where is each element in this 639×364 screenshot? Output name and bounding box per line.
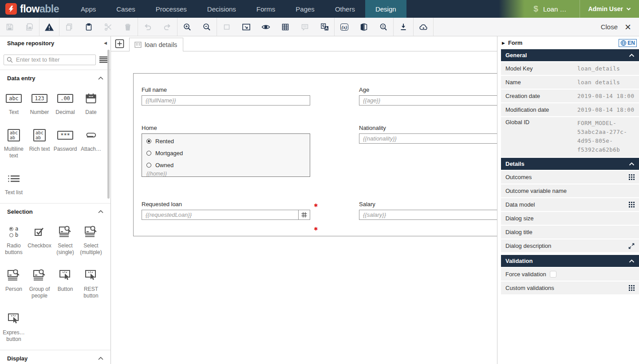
grid-edit-icon[interactable] (629, 174, 635, 180)
copy-button[interactable] (59, 18, 79, 36)
prop-data-model[interactable]: Data model (501, 198, 639, 211)
find-in-model-button[interactable] (374, 18, 393, 36)
zoom-in-button[interactable] (178, 18, 197, 36)
shape-date[interactable]: Date (78, 86, 104, 123)
tab-loan-details[interactable]: loan details (129, 38, 183, 51)
prop-dialog-description[interactable]: Dialog description (501, 239, 639, 252)
close-button[interactable]: Close (601, 23, 618, 31)
shape-radio-buttons[interactable]: a b Radio buttons (1, 219, 27, 263)
radio-option-rented[interactable]: Rented (146, 135, 305, 147)
prop-dialog-size[interactable]: Dialog size (501, 212, 639, 225)
shape-text-list[interactable]: Text list (1, 166, 27, 203)
force-validation-checkbox[interactable] (550, 271, 556, 278)
section-header-validation[interactable]: Validation (501, 255, 639, 267)
required-marker: ✱ (314, 203, 318, 208)
validate-button[interactable] (39, 18, 59, 36)
nav-apps[interactable]: Apps (71, 0, 106, 18)
compare-models-button[interactable] (354, 18, 374, 36)
shape-select-multiple[interactable]: Select (multiple) (78, 219, 104, 263)
cut-button[interactable] (99, 18, 118, 36)
grid-edit-icon[interactable] (629, 285, 635, 291)
field-home[interactable]: Home Rented Mortgaged Owned {{home}} (142, 125, 310, 177)
save-button[interactable] (0, 18, 20, 36)
chevron-up-icon (98, 357, 103, 360)
section-selection[interactable]: Selection (0, 203, 110, 219)
save-as-button[interactable] (20, 18, 39, 36)
collapse-panel-icon[interactable]: ◀ (104, 41, 107, 45)
full-name-input[interactable]: {{fullName}} (142, 95, 310, 106)
shape-select-single[interactable]: Select (single) (52, 219, 78, 263)
redo-button[interactable] (158, 18, 177, 36)
section-data-entry[interactable]: Data entry (0, 70, 110, 86)
shape-text[interactable]: abc Text (1, 86, 27, 123)
requested-loan-input[interactable]: {{requestedLoan}} (142, 210, 299, 220)
nav-forms[interactable]: Forms (246, 0, 286, 18)
shape-attachment[interactable]: Attach… (78, 123, 104, 166)
field-nationality[interactable]: Nationality {{nationality}} (359, 125, 497, 144)
shape-filter-input[interactable] (4, 55, 96, 65)
field-age[interactable]: Age {{age}} (359, 87, 497, 106)
nationality-input[interactable]: {{nationality}} (359, 133, 497, 144)
radio-option-mortgaged[interactable]: Mortgaged (146, 147, 305, 159)
preview-button[interactable] (256, 18, 276, 36)
prop-dialog-title[interactable]: Dialog title (501, 226, 639, 239)
age-input[interactable]: {{age}} (359, 95, 497, 106)
home-radio-group[interactable]: Rented Mortgaged Owned {{home}} (142, 133, 310, 177)
field-salary[interactable]: Salary {{salary}} (359, 201, 497, 220)
salary-input[interactable]: {{salary}} (359, 210, 497, 220)
current-app-badge[interactable]: $ Loan … (533, 0, 580, 18)
shape-rich-text[interactable]: abc ab Rich text (27, 123, 52, 166)
paste-button[interactable] (79, 18, 99, 36)
shape-group-of-people[interactable]: Group of people (27, 263, 52, 306)
close-icon[interactable]: × (625, 23, 631, 31)
zoom-reset-button[interactable] (217, 18, 237, 36)
translations-button[interactable] (315, 18, 334, 36)
add-tab-button[interactable] (115, 36, 124, 51)
prop-custom-validations[interactable]: Custom validations (501, 282, 639, 294)
nav-decisions[interactable]: Decisions (197, 0, 246, 18)
field-full-name[interactable]: Full name {{fullName}} (142, 87, 310, 106)
zoom-out-button[interactable] (197, 18, 217, 36)
editor-toolbar: (x) Close × (0, 18, 639, 36)
grid-view-button[interactable] (276, 18, 295, 36)
nav-pages[interactable]: Pages (285, 0, 325, 18)
nav-processes[interactable]: Processes (146, 0, 197, 18)
language-button[interactable]: EN (619, 39, 637, 47)
shape-decimal[interactable]: .00 Decimal (52, 86, 78, 123)
user-menu[interactable]: Admin User (580, 0, 639, 18)
section-header-general[interactable]: General (501, 49, 639, 61)
sidebar-scrollbar[interactable] (107, 50, 110, 199)
radio-option-owned[interactable]: Owned (146, 159, 305, 171)
shape-multiline-text[interactable]: abc ab Multiline text (1, 123, 27, 166)
close-area: Close × (601, 23, 639, 31)
field-requested-loan[interactable]: Requested loan {{requestedLoan}} ✱ ✱ (142, 201, 310, 220)
shape-expression-button[interactable]: Expres… button (1, 306, 27, 350)
nav-others[interactable]: Others (325, 0, 365, 18)
expand-edit-icon[interactable] (628, 243, 635, 249)
shape-number[interactable]: 123 Number (27, 86, 52, 123)
shape-checkbox[interactable]: Checkbox (27, 219, 52, 263)
shape-button[interactable]: Button (52, 263, 78, 306)
shape-password[interactable]: *** Password (52, 123, 78, 166)
list-view-toggle-icon[interactable] (99, 56, 108, 63)
nav-design[interactable]: Design (365, 0, 406, 18)
undo-button[interactable] (138, 18, 158, 36)
canvas-body[interactable]: Full name {{fullName}} Age {{age}} Home … (111, 51, 497, 364)
comments-button[interactable] (295, 18, 315, 36)
publish-button[interactable] (414, 18, 433, 36)
nav-cases[interactable]: Cases (106, 0, 146, 18)
section-display[interactable]: Display (0, 350, 110, 364)
fit-to-canvas-button[interactable] (237, 18, 256, 36)
expression-button[interactable]: (x) (335, 18, 354, 36)
text-list-icon (8, 172, 20, 186)
prop-outcomes[interactable]: Outcomes (501, 171, 639, 184)
group-select-icon (33, 268, 46, 282)
section-header-details[interactable]: Details (501, 158, 639, 170)
shape-rest-button[interactable]: REST button (78, 263, 104, 306)
prop-outcome-variable-name[interactable]: Outcome variable name (501, 184, 639, 197)
download-button[interactable] (394, 18, 413, 36)
delete-button[interactable] (118, 18, 138, 36)
expand-right-icon[interactable]: ▶ (502, 41, 505, 45)
shape-person[interactable]: Person (1, 263, 27, 306)
grid-edit-icon[interactable] (629, 202, 635, 207)
